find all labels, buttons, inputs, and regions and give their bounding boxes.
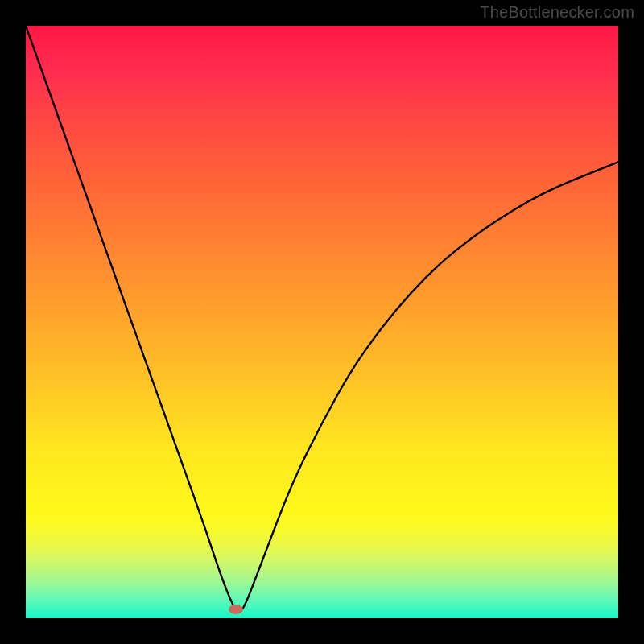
watermark-text: TheBottlenecker.com [480, 3, 634, 22]
optimal-point-marker [229, 605, 243, 614]
chart-plot-area [26, 26, 618, 618]
bottleneck-curve [26, 26, 618, 618]
